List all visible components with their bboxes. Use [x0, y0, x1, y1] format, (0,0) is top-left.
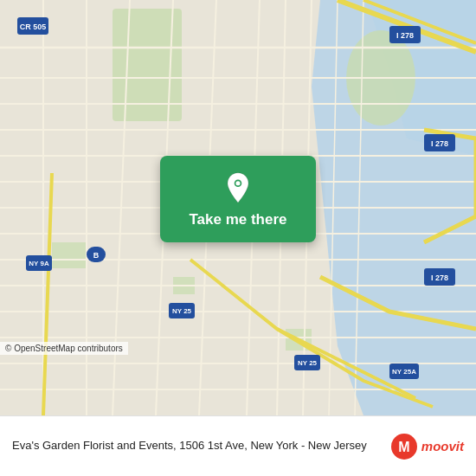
moovit-brand-icon: M [390, 433, 418, 460]
svg-text:I 278: I 278 [396, 31, 414, 40]
svg-text:CR 505: CR 505 [20, 23, 47, 31]
svg-rect-4 [52, 242, 87, 268]
svg-text:M: M [398, 440, 409, 454]
svg-text:NY 25A: NY 25A [392, 368, 416, 376]
take-me-there-button[interactable]: Take me there [160, 156, 316, 242]
svg-text:NY 9A: NY 9A [29, 260, 49, 267]
copyright-text: © OpenStreetMap contributors [5, 344, 123, 353]
svg-text:NY 25: NY 25 [298, 359, 318, 367]
moovit-logo: M moovit [390, 433, 464, 460]
take-me-there-label: Take me there [189, 211, 286, 228]
copyright-notice: © OpenStreetMap contributors [0, 342, 128, 355]
svg-text:I 278: I 278 [431, 273, 448, 282]
svg-point-51 [235, 181, 240, 185]
svg-text:NY 25: NY 25 [172, 307, 192, 315]
bottom-info-bar: Eva's Garden Florist and Events, 1506 1s… [0, 415, 476, 476]
moovit-brand-name: moovit [421, 439, 464, 453]
svg-text:I 278: I 278 [431, 139, 448, 148]
location-pin-icon [222, 171, 254, 203]
svg-text:B: B [93, 251, 100, 260]
location-description: Eva's Garden Florist and Events, 1506 1s… [12, 438, 382, 453]
map-view: CR 505 I 278 I 278 I 278 NY 9A B NY 25 N… [0, 0, 476, 415]
